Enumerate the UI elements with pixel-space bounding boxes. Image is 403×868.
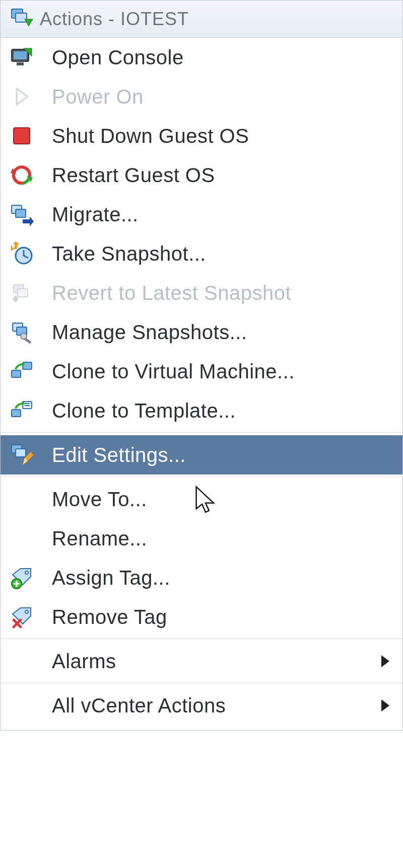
- menu-item-label: Clone to Template...: [52, 400, 236, 422]
- power-on-icon: [10, 85, 52, 109]
- menu-item-move-to[interactable]: Move To...: [1, 480, 402, 519]
- shutdown-icon: [10, 124, 52, 148]
- svg-point-14: [21, 333, 27, 339]
- menu-item-label: Clone to Virtual Machine...: [52, 360, 295, 383]
- svg-rect-7: [16, 209, 26, 217]
- svg-rect-4: [17, 62, 24, 65]
- menu-item-alarms[interactable]: Alarms: [1, 642, 402, 681]
- svg-point-9: [14, 246, 17, 249]
- menu-item-edit-settings[interactable]: Edit Settings...: [1, 435, 402, 475]
- menu-separator: [1, 477, 402, 478]
- svg-rect-15: [12, 370, 21, 377]
- clone-vm-icon: [10, 359, 52, 383]
- menu-item-revert-snapshot: Revert to Latest Snapshot: [1, 273, 402, 312]
- menu-item-remove-tag[interactable]: Remove Tag: [1, 597, 402, 637]
- menu-item-all-vcenter-actions[interactable]: All vCenter Actions: [1, 686, 402, 725]
- svg-point-25: [25, 610, 28, 613]
- svg-rect-11: [18, 289, 28, 297]
- vm-actions-icon: [10, 7, 40, 31]
- menu-item-label: Edit Settings...: [52, 444, 186, 466]
- menu-item-label: Migrate...: [52, 203, 139, 226]
- svg-rect-5: [14, 128, 30, 144]
- menu-item-take-snapshot[interactable]: Take Snapshot...: [1, 234, 402, 273]
- menu-item-label: Shut Down Guest OS: [52, 125, 249, 147]
- svg-rect-17: [12, 410, 21, 417]
- menu-item-label: Power On: [52, 86, 144, 108]
- svg-rect-3: [14, 51, 27, 59]
- svg-rect-22: [16, 449, 26, 457]
- menu-item-label: Rename...: [52, 527, 147, 550]
- migrate-icon: [10, 202, 52, 226]
- menu-item-clone-template[interactable]: Clone to Template...: [1, 391, 402, 430]
- snapshot-take-icon: [10, 242, 52, 266]
- svg-point-23: [25, 571, 28, 574]
- menu-item-label: Alarms: [52, 650, 116, 673]
- clone-template-icon: [10, 399, 52, 423]
- menu-item-label: Remove Tag: [52, 606, 167, 628]
- edit-settings-icon: [10, 443, 52, 467]
- svg-rect-1: [16, 13, 27, 22]
- menu-separator: [1, 683, 402, 684]
- menu-item-manage-snapshots[interactable]: Manage Snapshots...: [1, 312, 402, 352]
- menu-title: Actions - IOTEST: [40, 9, 189, 30]
- assign-tag-icon: [10, 566, 52, 590]
- menu-item-assign-tag[interactable]: Assign Tag...: [1, 558, 402, 597]
- submenu-arrow-icon: [381, 699, 389, 712]
- menu-item-shutdown-guest[interactable]: Shut Down Guest OS: [1, 116, 402, 155]
- snapshot-manage-icon: [10, 320, 52, 344]
- menu-item-label: Open Console: [52, 46, 184, 69]
- menu-item-label: Move To...: [52, 488, 147, 511]
- menu-item-label: Revert to Latest Snapshot: [52, 282, 291, 304]
- menu-item-rename[interactable]: Rename...: [1, 519, 402, 558]
- menu-item-label: All vCenter Actions: [52, 694, 226, 717]
- submenu-arrow-icon: [381, 655, 389, 667]
- menu-item-power-on: Power On: [1, 77, 402, 116]
- snapshot-revert-icon: [10, 281, 52, 305]
- menu-separator: [1, 432, 402, 433]
- restart-icon: [10, 163, 52, 187]
- actions-context-menu: Actions - IOTEST Open Console Power On: [0, 0, 403, 731]
- menu-item-clone-vm[interactable]: Clone to Virtual Machine...: [1, 352, 402, 391]
- menu-item-label: Take Snapshot...: [52, 243, 206, 265]
- menu-item-label: Assign Tag...: [52, 567, 170, 589]
- menu-item-label: Manage Snapshots...: [52, 321, 247, 344]
- menu-header: Actions - IOTEST: [1, 1, 402, 38]
- remove-tag-icon: [10, 605, 52, 629]
- menu-separator: [1, 639, 402, 640]
- console-icon: [10, 45, 52, 69]
- menu-item-restart-guest[interactable]: Restart Guest OS: [1, 155, 402, 195]
- menu-item-label: Restart Guest OS: [52, 164, 215, 187]
- menu-item-open-console[interactable]: Open Console: [1, 38, 402, 77]
- menu-item-migrate[interactable]: Migrate...: [1, 195, 402, 234]
